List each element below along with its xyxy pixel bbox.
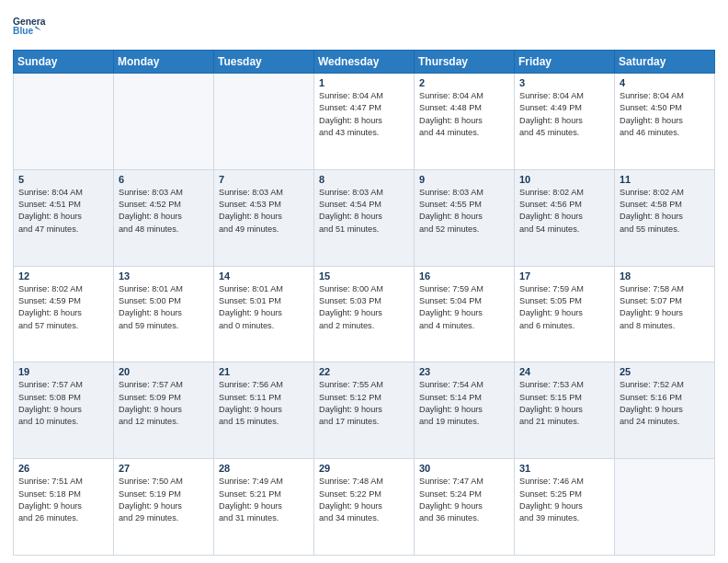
day-cell xyxy=(214,74,314,170)
day-number: 28 xyxy=(219,463,309,474)
day-cell: 19Sunrise: 7:57 AMSunset: 5:08 PMDayligh… xyxy=(14,362,114,459)
day-number: 20 xyxy=(119,366,209,377)
day-cell: 31Sunrise: 7:46 AMSunset: 5:25 PMDayligh… xyxy=(515,459,615,556)
day-info: Sunrise: 8:03 AMSunset: 4:52 PMDaylight:… xyxy=(119,187,209,236)
svg-text:General: General xyxy=(13,17,46,27)
day-info: Sunrise: 7:46 AMSunset: 5:25 PMDaylight:… xyxy=(519,476,609,524)
day-cell: 24Sunrise: 7:53 AMSunset: 5:15 PMDayligh… xyxy=(515,362,615,459)
weekday-monday: Monday xyxy=(114,51,214,74)
day-cell: 22Sunrise: 7:55 AMSunset: 5:12 PMDayligh… xyxy=(314,362,415,459)
day-info: Sunrise: 8:03 AMSunset: 4:54 PMDaylight:… xyxy=(319,187,409,236)
day-number: 29 xyxy=(319,463,409,474)
day-info: Sunrise: 8:04 AMSunset: 4:50 PMDaylight:… xyxy=(620,90,710,139)
day-cell: 18Sunrise: 7:58 AMSunset: 5:07 PMDayligh… xyxy=(615,266,715,362)
svg-marker-2 xyxy=(35,26,40,30)
day-number: 27 xyxy=(119,463,209,474)
day-info: Sunrise: 8:02 AMSunset: 4:58 PMDaylight:… xyxy=(620,187,710,236)
day-number: 19 xyxy=(18,366,108,377)
day-number: 13 xyxy=(119,270,209,282)
day-cell: 29Sunrise: 7:48 AMSunset: 5:22 PMDayligh… xyxy=(314,459,415,556)
day-number: 17 xyxy=(519,270,609,282)
week-row-2: 5Sunrise: 8:04 AMSunset: 4:51 PMDaylight… xyxy=(14,169,715,266)
day-info: Sunrise: 7:48 AMSunset: 5:22 PMDaylight:… xyxy=(319,476,409,524)
day-cell xyxy=(114,74,214,170)
day-cell: 28Sunrise: 7:49 AMSunset: 5:21 PMDayligh… xyxy=(214,459,314,556)
day-info: Sunrise: 7:57 AMSunset: 5:08 PMDaylight:… xyxy=(18,379,108,428)
day-number: 6 xyxy=(119,174,209,185)
day-number: 5 xyxy=(18,174,108,185)
day-info: Sunrise: 7:59 AMSunset: 5:04 PMDaylight:… xyxy=(419,283,509,332)
logo-icon: GeneralBlue xyxy=(13,9,46,42)
day-number: 10 xyxy=(519,174,609,185)
day-number: 23 xyxy=(419,366,509,377)
day-cell: 13Sunrise: 8:01 AMSunset: 5:00 PMDayligh… xyxy=(114,266,214,362)
weekday-friday: Friday xyxy=(515,51,615,74)
weekday-thursday: Thursday xyxy=(415,51,515,74)
day-cell: 7Sunrise: 8:03 AMSunset: 4:53 PMDaylight… xyxy=(214,169,314,266)
day-number: 24 xyxy=(519,366,609,377)
calendar-table: SundayMondayTuesdayWednesdayThursdayFrid… xyxy=(13,50,715,556)
day-cell: 26Sunrise: 7:51 AMSunset: 5:18 PMDayligh… xyxy=(14,459,114,556)
day-number: 31 xyxy=(519,463,609,474)
day-number: 4 xyxy=(620,77,710,88)
day-cell: 2Sunrise: 8:04 AMSunset: 4:48 PMDaylight… xyxy=(415,74,515,170)
day-info: Sunrise: 7:58 AMSunset: 5:07 PMDaylight:… xyxy=(620,283,710,332)
day-info: Sunrise: 7:47 AMSunset: 5:24 PMDaylight:… xyxy=(419,476,509,524)
day-number: 11 xyxy=(620,174,710,185)
week-row-1: 1Sunrise: 8:04 AMSunset: 4:47 PMDaylight… xyxy=(14,74,715,170)
day-cell: 11Sunrise: 8:02 AMSunset: 4:58 PMDayligh… xyxy=(615,169,715,266)
day-cell: 30Sunrise: 7:47 AMSunset: 5:24 PMDayligh… xyxy=(415,459,515,556)
day-cell: 10Sunrise: 8:02 AMSunset: 4:56 PMDayligh… xyxy=(515,169,615,266)
day-info: Sunrise: 7:57 AMSunset: 5:09 PMDaylight:… xyxy=(119,379,209,428)
day-info: Sunrise: 8:04 AMSunset: 4:48 PMDaylight:… xyxy=(419,90,509,139)
day-cell: 14Sunrise: 8:01 AMSunset: 5:01 PMDayligh… xyxy=(214,266,314,362)
day-number: 12 xyxy=(18,270,108,282)
day-info: Sunrise: 8:04 AMSunset: 4:51 PMDaylight:… xyxy=(18,187,108,236)
day-cell: 25Sunrise: 7:52 AMSunset: 5:16 PMDayligh… xyxy=(615,362,715,459)
day-cell: 16Sunrise: 7:59 AMSunset: 5:04 PMDayligh… xyxy=(415,266,515,362)
day-info: Sunrise: 7:50 AMSunset: 5:19 PMDaylight:… xyxy=(119,476,209,524)
day-info: Sunrise: 7:52 AMSunset: 5:16 PMDaylight:… xyxy=(620,379,710,428)
day-cell: 20Sunrise: 7:57 AMSunset: 5:09 PMDayligh… xyxy=(114,362,214,459)
day-cell xyxy=(14,74,114,170)
day-number: 16 xyxy=(419,270,509,282)
day-number: 25 xyxy=(620,366,710,377)
day-info: Sunrise: 8:02 AMSunset: 4:59 PMDaylight:… xyxy=(18,283,108,332)
day-number: 3 xyxy=(519,77,609,88)
day-number: 2 xyxy=(419,77,509,88)
day-number: 9 xyxy=(419,174,509,185)
weekday-header-row: SundayMondayTuesdayWednesdayThursdayFrid… xyxy=(14,51,715,74)
day-info: Sunrise: 7:53 AMSunset: 5:15 PMDaylight:… xyxy=(519,379,609,428)
day-cell: 15Sunrise: 8:00 AMSunset: 5:03 PMDayligh… xyxy=(314,266,415,362)
day-cell: 1Sunrise: 8:04 AMSunset: 4:47 PMDaylight… xyxy=(314,74,415,170)
day-info: Sunrise: 7:49 AMSunset: 5:21 PMDaylight:… xyxy=(219,476,309,524)
week-row-4: 19Sunrise: 7:57 AMSunset: 5:08 PMDayligh… xyxy=(14,362,715,459)
day-info: Sunrise: 8:04 AMSunset: 4:47 PMDaylight:… xyxy=(319,90,409,139)
day-info: Sunrise: 8:01 AMSunset: 5:00 PMDaylight:… xyxy=(119,283,209,332)
weekday-tuesday: Tuesday xyxy=(214,51,314,74)
day-info: Sunrise: 7:59 AMSunset: 5:05 PMDaylight:… xyxy=(519,283,609,332)
day-cell: 6Sunrise: 8:03 AMSunset: 4:52 PMDaylight… xyxy=(114,169,214,266)
day-cell: 4Sunrise: 8:04 AMSunset: 4:50 PMDaylight… xyxy=(615,74,715,170)
weekday-sunday: Sunday xyxy=(14,51,114,74)
day-info: Sunrise: 8:02 AMSunset: 4:56 PMDaylight:… xyxy=(519,187,609,236)
day-cell xyxy=(615,459,715,556)
day-number: 30 xyxy=(419,463,509,474)
day-cell: 8Sunrise: 8:03 AMSunset: 4:54 PMDaylight… xyxy=(314,169,415,266)
day-number: 26 xyxy=(18,463,108,474)
day-cell: 9Sunrise: 8:03 AMSunset: 4:55 PMDaylight… xyxy=(415,169,515,266)
day-info: Sunrise: 8:04 AMSunset: 4:49 PMDaylight:… xyxy=(519,90,609,139)
day-number: 14 xyxy=(219,270,309,282)
day-info: Sunrise: 7:55 AMSunset: 5:12 PMDaylight:… xyxy=(319,379,409,428)
day-cell: 12Sunrise: 8:02 AMSunset: 4:59 PMDayligh… xyxy=(14,266,114,362)
day-cell: 5Sunrise: 8:04 AMSunset: 4:51 PMDaylight… xyxy=(14,169,114,266)
day-info: Sunrise: 8:03 AMSunset: 4:55 PMDaylight:… xyxy=(419,187,509,236)
day-number: 1 xyxy=(319,77,409,88)
day-number: 8 xyxy=(319,174,409,185)
page-header: GeneralBlue xyxy=(13,9,715,42)
day-cell: 3Sunrise: 8:04 AMSunset: 4:49 PMDaylight… xyxy=(515,74,615,170)
day-info: Sunrise: 8:00 AMSunset: 5:03 PMDaylight:… xyxy=(319,283,409,332)
weekday-saturday: Saturday xyxy=(615,51,715,74)
day-number: 18 xyxy=(620,270,710,282)
weekday-wednesday: Wednesday xyxy=(314,51,415,74)
